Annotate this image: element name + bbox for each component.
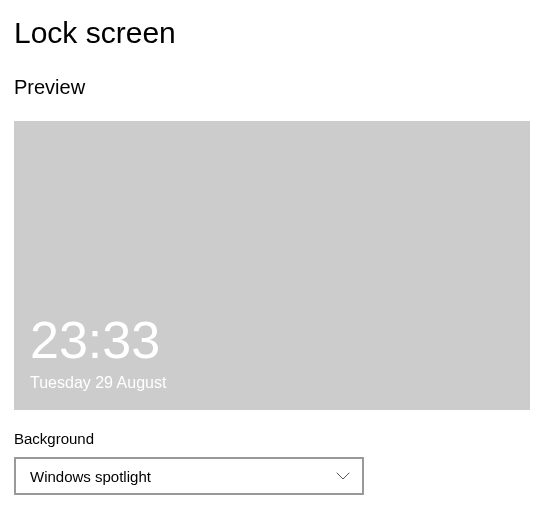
lockscreen-preview: 23:33 Tuesday 29 August	[14, 121, 530, 410]
background-dropdown[interactable]: Windows spotlight	[14, 457, 364, 495]
background-label: Background	[14, 430, 546, 447]
preview-date: Tuesday 29 August	[30, 374, 166, 392]
page-title: Lock screen	[14, 16, 546, 50]
background-dropdown-value: Windows spotlight	[30, 468, 151, 485]
chevron-down-icon	[336, 472, 350, 480]
preview-label: Preview	[14, 76, 546, 99]
preview-time: 23:33	[30, 314, 160, 366]
